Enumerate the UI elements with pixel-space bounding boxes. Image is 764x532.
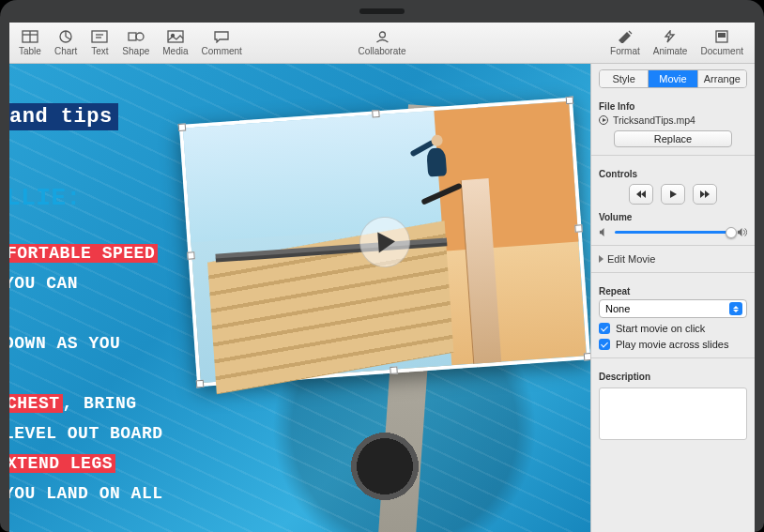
play-button[interactable] (661, 184, 685, 205)
repeat-label: Repeat (599, 286, 747, 296)
shape-icon (127, 29, 145, 44)
resize-handle[interactable] (196, 380, 205, 388)
movie-file-icon (599, 115, 608, 125)
tab-movie[interactable]: Movie (648, 70, 696, 87)
laptop-bezel-right (755, 23, 764, 532)
animate-icon (661, 29, 680, 44)
volume-slider[interactable] (615, 231, 731, 234)
toolbar-label: Chart (54, 46, 77, 56)
toolbar: Table Chart Text Shape Media Comment (9, 23, 755, 64)
slide-heading: OLLIE: (9, 184, 82, 212)
toolbar-label: Comment (202, 46, 242, 56)
comment-button[interactable]: Comment (202, 29, 242, 56)
divider (591, 357, 755, 358)
format-button[interactable]: Format (610, 29, 640, 56)
media-button[interactable]: Media (162, 29, 188, 56)
svg-rect-4 (92, 31, 107, 42)
format-inspector: Style Movie Arrange File Info TricksandT… (590, 64, 755, 532)
playback-controls (599, 184, 747, 205)
comment-icon (212, 29, 231, 44)
toolbar-label: Text (91, 46, 108, 56)
camera-notch (359, 8, 405, 14)
svg-point-11 (379, 32, 385, 38)
svg-rect-7 (129, 33, 136, 40)
collaborate-icon (373, 29, 391, 44)
slide-title-box: and tips (9, 103, 118, 130)
speaker-low-icon (599, 227, 609, 237)
repeat-select[interactable]: None (599, 299, 747, 318)
description-textarea[interactable] (599, 388, 747, 440)
collaborate-button[interactable]: Collaborate (358, 29, 405, 56)
checkbox-checked-icon (599, 339, 610, 350)
toolbar-label: Collaborate (358, 46, 405, 56)
document-button[interactable]: Document (700, 29, 743, 56)
table-button[interactable]: Table (19, 29, 41, 56)
volume-label: Volume (599, 212, 747, 222)
toolbar-left-group: Table Chart Text Shape Media Comment (19, 29, 242, 56)
format-icon (616, 29, 634, 44)
skater-graphic (409, 124, 475, 206)
text-icon (90, 29, 109, 44)
laptop-bezel (0, 0, 764, 23)
divider (591, 155, 755, 156)
toolbar-label: Document (700, 46, 743, 56)
repeat-value: None (605, 303, 630, 314)
content-area: and tips OLLIE: FORTABLE SPEED YOU CAN D… (9, 64, 755, 532)
edit-movie-disclosure[interactable]: Edit Movie (599, 253, 747, 265)
chart-icon (56, 29, 75, 44)
file-info-row: TricksandTips.mp4 (599, 114, 747, 126)
toolbar-label: Shape (122, 46, 149, 56)
dropdown-caret-icon (729, 302, 742, 315)
resize-handle[interactable] (390, 366, 398, 374)
toolbar-label: Table (19, 46, 41, 56)
speaker-high-icon (737, 227, 747, 237)
resize-handle[interactable] (178, 124, 187, 132)
play-across-slides-checkbox[interactable]: Play movie across slides (599, 339, 747, 350)
toolbar-label: Format (610, 46, 640, 56)
laptop-bezel-left (0, 23, 9, 532)
forward-button[interactable] (693, 184, 717, 205)
toolbar-label: Animate (653, 46, 688, 56)
volume-row (599, 227, 747, 237)
resize-handle[interactable] (566, 97, 574, 105)
document-icon (712, 29, 731, 44)
svg-point-8 (136, 33, 144, 40)
chart-button[interactable]: Chart (54, 29, 77, 56)
divider (591, 245, 755, 246)
inspector-tabs: Style Movie Arrange (599, 69, 747, 88)
controls-label: Controls (599, 169, 747, 179)
resize-handle[interactable] (584, 353, 590, 361)
media-icon (166, 29, 185, 44)
slide-body-text: FORTABLE SPEED YOU CAN DOWN AS YOU CHEST… (9, 238, 163, 509)
svg-rect-13 (718, 33, 726, 38)
divider (591, 272, 755, 273)
start-on-click-checkbox[interactable]: Start movie on click (599, 323, 747, 334)
shape-button[interactable]: Shape (122, 29, 149, 56)
tab-style[interactable]: Style (600, 70, 648, 87)
table-icon (21, 29, 39, 44)
file-info-label: File Info (599, 101, 747, 112)
toolbar-right-group: Format Animate Document (610, 29, 743, 56)
checkbox-checked-icon (599, 323, 610, 334)
tab-arrange[interactable]: Arrange (697, 70, 746, 87)
toolbar-label: Media (162, 46, 188, 56)
filename-text: TricksandTips.mp4 (613, 114, 695, 126)
slider-knob[interactable] (726, 227, 737, 238)
text-button[interactable]: Text (90, 29, 109, 56)
animate-button[interactable]: Animate (653, 29, 688, 56)
slide-canvas[interactable]: and tips OLLIE: FORTABLE SPEED YOU CAN D… (9, 64, 590, 532)
movie-object[interactable] (179, 98, 590, 388)
replace-button[interactable]: Replace (614, 130, 732, 147)
resize-handle[interactable] (187, 251, 195, 260)
resize-handle[interactable] (372, 110, 380, 118)
description-label: Description (599, 372, 747, 382)
chevron-right-icon (599, 255, 604, 263)
resize-handle[interactable] (574, 224, 583, 233)
rewind-button[interactable] (629, 184, 653, 205)
